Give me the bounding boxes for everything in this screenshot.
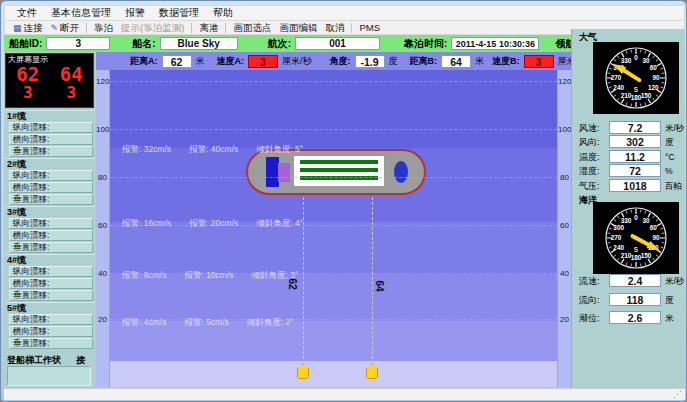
pencil-icon: ✎ xyxy=(51,23,59,33)
toolbar-button-label: 画面选点 xyxy=(233,22,271,34)
left-axis-ruler[interactable]: 12010080604020 xyxy=(96,70,110,387)
ship-deckhouse-block xyxy=(278,163,290,182)
measure-value: 62 xyxy=(162,55,192,68)
ship-id-input[interactable]: 3 xyxy=(46,37,110,50)
app-window: 文件基本信息管理报警数据管理帮助 ▦连接✎断开靠泊提示(靠泊监测)离港画面选点画… xyxy=(0,0,687,402)
measure-field: 角度:-1.9度 xyxy=(330,55,398,68)
env-field-value: 72 xyxy=(609,164,661,177)
measure-unit: 米 xyxy=(475,55,484,68)
measure-unit: 米 xyxy=(196,55,205,68)
drift-row: 垂直漂移: xyxy=(9,290,93,301)
alarm-threshold-text: 报警: 8cm/s xyxy=(122,270,166,282)
measure-value-alarm: 3 xyxy=(524,55,554,68)
toolbar-button-label: PMS xyxy=(359,22,380,34)
svg-text:30: 30 xyxy=(642,217,650,224)
left-panel-empty-box xyxy=(7,366,91,386)
ship-bow-ellipse xyxy=(394,161,408,183)
menu-item[interactable]: 数据管理 xyxy=(152,6,206,20)
env-field-label: 湿度: xyxy=(579,165,600,178)
display-value-row: 6264 xyxy=(6,64,93,84)
toolbar-button[interactable]: 提示(靠泊监测) xyxy=(117,22,188,34)
distance-label: 62 xyxy=(287,278,299,290)
ship-name-label: 船名: xyxy=(132,37,155,51)
alarm-threshold-text: 倾斜角度: 5° xyxy=(256,144,303,156)
cable-group-title: 2#缆 xyxy=(5,159,95,170)
alarm-threshold-text: 报警: 20cm/s xyxy=(189,218,238,230)
current-compass-gauge: 0306090120150180210240270300330S xyxy=(593,202,679,274)
toolbar-button-label: 断开 xyxy=(60,22,79,34)
measure-label: 距离B: xyxy=(410,55,438,68)
measure-value: -1.9 xyxy=(355,55,385,68)
alarm-threshold-text: 倾斜角度: 4° xyxy=(256,218,303,230)
drift-row: 垂直漂移: xyxy=(9,194,93,205)
svg-text:150: 150 xyxy=(641,92,652,99)
toolbar-button[interactable]: PMS xyxy=(355,22,384,34)
berth-time-input[interactable]: 2011-4-15 10:30:36 xyxy=(451,37,539,50)
distance-pin-icon[interactable] xyxy=(366,364,378,379)
measure-field: 距离B:64米 xyxy=(410,55,485,68)
env-field-label: 风速: xyxy=(579,122,600,135)
cable-group: 4#缆纵向漂移:横向漂移:垂直漂移: xyxy=(5,254,95,302)
ship-info-bar: 船舶ID:3船名:Blue Sky航次:001靠泊时间:2011-4-15 10… xyxy=(4,35,571,52)
toolbar-separator xyxy=(191,23,192,33)
env-field-value: 11.2 xyxy=(609,150,661,163)
right-axis-ruler[interactable]: 12010080604020 xyxy=(557,70,571,387)
toolbar-button[interactable]: ✎断开 xyxy=(47,22,84,34)
drift-row: 垂直漂移: xyxy=(9,338,93,349)
drift-row: 纵向漂移: xyxy=(9,170,93,181)
env-field-label: 潮位: xyxy=(579,312,600,325)
distance-measure-line xyxy=(303,197,304,364)
voyage-label: 航次: xyxy=(268,37,291,51)
svg-text:180: 180 xyxy=(631,94,642,101)
menu-item[interactable]: 帮助 xyxy=(206,6,240,20)
env-field-value: 302 xyxy=(609,135,661,148)
svg-text:S: S xyxy=(634,86,639,93)
alarm-threshold-line: 报警: 32cm/s报警: 40cm/s倾斜角度: 5° xyxy=(122,144,303,156)
voyage-input[interactable]: 001 xyxy=(295,37,380,50)
toolbar-button[interactable]: 画面编辑 xyxy=(275,22,321,34)
svg-text:330: 330 xyxy=(621,217,632,224)
env-field-label: 温度: xyxy=(579,151,600,164)
toolbar-button[interactable]: 靠泊 xyxy=(90,22,117,34)
env-field-value: 2.4 xyxy=(609,274,661,287)
svg-text:210: 210 xyxy=(621,252,632,259)
toolbar-button[interactable]: 取消 xyxy=(321,22,348,34)
resize-grip-icon[interactable]: ⋰ xyxy=(673,389,682,400)
measure-field: 速度A:3厘米/秒 xyxy=(217,55,312,68)
measure-value: 64 xyxy=(441,55,471,68)
axis-tick-label: 60 xyxy=(558,221,571,230)
svg-text:60: 60 xyxy=(650,64,658,71)
display-value-row: 33 xyxy=(6,84,93,101)
cable-group-title: 4#缆 xyxy=(5,255,95,266)
drift-row: 横向漂移: xyxy=(9,326,93,337)
voyage-field: 航次:001 xyxy=(268,37,380,51)
menu-item[interactable]: 报警 xyxy=(118,6,152,20)
wind-compass-gauge: 0306090120150180210240270300330S xyxy=(593,42,679,114)
env-field-unit: 米/秒 xyxy=(665,123,684,135)
axis-tick-label: 60 xyxy=(96,221,109,230)
left-panel: 大屏幕显示 626433 1#缆纵向漂移:横向漂移:垂直漂移:2#缆纵向漂移:横… xyxy=(4,52,96,388)
alarm-threshold-line: 报警: 8cm/s报警: 10cm/s倾斜角度: 3° xyxy=(122,270,298,282)
axis-tick-label: 20 xyxy=(96,315,109,324)
env-field-value: 7.2 xyxy=(609,121,661,134)
toolbar-separator xyxy=(225,23,226,33)
toolbar-button[interactable]: 画面选点 xyxy=(229,22,275,34)
axis-tick-label: 80 xyxy=(96,173,109,182)
toolbar-button[interactable]: 离港 xyxy=(195,22,222,34)
menu-item[interactable]: 文件 xyxy=(10,6,44,20)
distance-pin-icon[interactable] xyxy=(297,364,309,379)
toolbar-button[interactable]: ▦连接 xyxy=(9,22,47,34)
cable-group-title: 1#缆 xyxy=(5,111,95,122)
svg-text:300: 300 xyxy=(613,224,624,231)
env-field-unit: °C xyxy=(665,152,675,162)
drift-row: 纵向漂移: xyxy=(9,266,93,277)
menu-item[interactable]: 基本信息管理 xyxy=(44,6,118,20)
env-field-label: 气压: xyxy=(579,180,600,193)
alarm-threshold-text: 报警: 4cm/s xyxy=(122,317,166,329)
env-field-label: 风向: xyxy=(579,136,600,149)
ship-name-input[interactable]: Blue Sky xyxy=(160,37,238,50)
svg-text:240: 240 xyxy=(613,244,624,251)
svg-text:270: 270 xyxy=(611,74,622,81)
toolbar-button-label: 画面编辑 xyxy=(279,22,317,34)
svg-text:90: 90 xyxy=(652,74,660,81)
